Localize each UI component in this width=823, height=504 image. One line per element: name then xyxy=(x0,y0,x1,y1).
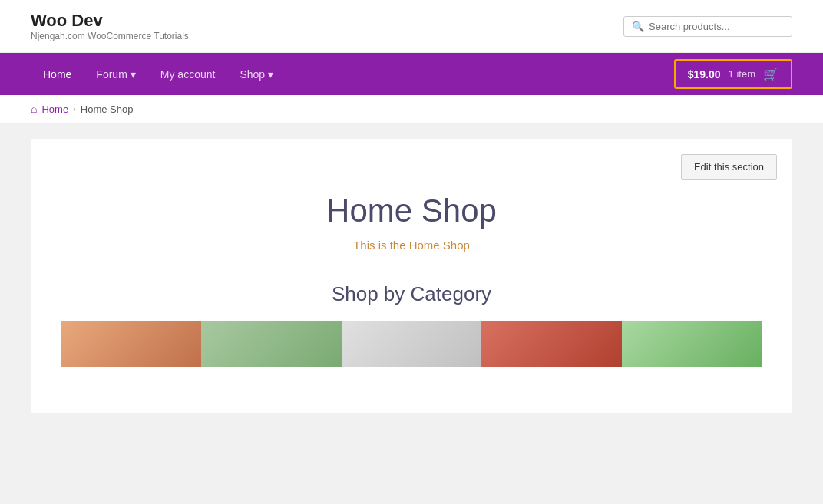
breadcrumb: ⌂ Home › Home Shop xyxy=(0,95,823,124)
chevron-down-icon-shop: ▾ xyxy=(268,68,273,81)
nav-link-home: Home xyxy=(43,68,71,81)
category-thumb-1[interactable] xyxy=(61,321,201,367)
category-strip xyxy=(61,321,762,367)
nav-link-forum: Forum ▾ xyxy=(96,68,135,81)
breadcrumb-current: Home Shop xyxy=(81,104,134,115)
category-thumb-2[interactable] xyxy=(201,321,341,367)
search-input[interactable] xyxy=(649,21,784,32)
breadcrumb-home-link[interactable]: Home xyxy=(41,104,68,115)
chevron-down-icon: ▾ xyxy=(131,68,136,81)
nav-link-myaccount: My account xyxy=(160,68,216,81)
category-thumb-5[interactable] xyxy=(622,321,762,367)
site-title: Woo Dev xyxy=(31,11,189,31)
site-tagline: Njengah.com WooCommerce Tutorials xyxy=(31,31,189,41)
shop-title: Home Shop xyxy=(61,193,762,229)
cart-icon: 🛒 xyxy=(763,67,778,81)
content-box: Edit this section Home Shop This is the … xyxy=(31,139,792,413)
site-header: Woo Dev Njengah.com WooCommerce Tutorial… xyxy=(0,0,823,53)
home-icon: ⌂ xyxy=(31,103,37,115)
nav-link-shop: Shop ▾ xyxy=(240,68,273,81)
main-content: Edit this section Home Shop This is the … xyxy=(0,124,823,429)
nav-item-home[interactable]: Home xyxy=(31,53,84,95)
search-form: 🔍 xyxy=(623,16,792,37)
edit-section-button[interactable]: Edit this section xyxy=(681,154,777,180)
cart-items-count: 1 item xyxy=(729,68,755,80)
category-thumb-4[interactable] xyxy=(481,321,621,367)
shop-subtitle: This is the Home Shop xyxy=(61,239,762,252)
search-icon: 🔍 xyxy=(632,21,644,32)
nav-links: Home Forum ▾ My account Shop ▾ xyxy=(31,53,286,95)
breadcrumb-separator: › xyxy=(73,104,76,114)
shop-category-heading: Shop by Category xyxy=(61,282,762,306)
site-branding: Woo Dev Njengah.com WooCommerce Tutorial… xyxy=(31,11,189,41)
nav-item-forum[interactable]: Forum ▾ xyxy=(84,53,147,95)
cart-price: $19.00 xyxy=(688,68,721,81)
category-thumb-3[interactable] xyxy=(342,321,481,367)
nav-item-shop[interactable]: Shop ▾ xyxy=(227,53,286,95)
site-nav: Home Forum ▾ My account Shop ▾ $19.00 1 … xyxy=(0,53,823,95)
nav-item-myaccount[interactable]: My account xyxy=(148,53,228,95)
cart-button[interactable]: $19.00 1 item 🛒 xyxy=(674,59,792,89)
